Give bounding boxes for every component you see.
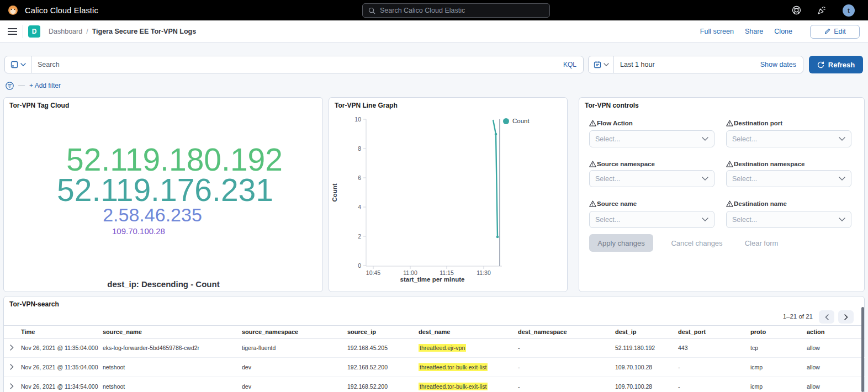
cell-source-ip: 192.168.52.200 xyxy=(347,358,419,377)
cell-source-ip: 192.168.45.205 xyxy=(347,338,419,358)
cell-time: Nov 26, 2021 @ 11:35:04.000 xyxy=(21,358,103,377)
cell-dest-port: 443 xyxy=(678,338,750,358)
cell-source-namespace: tigera-fluentd xyxy=(242,338,347,358)
chevron-down-icon xyxy=(839,177,845,181)
add-filter-link[interactable]: + Add filter xyxy=(29,82,61,89)
user-avatar[interactable]: t xyxy=(843,4,855,17)
cell-time: Nov 26, 2021 @ 11:35:04.000 xyxy=(21,338,103,358)
refresh-icon xyxy=(817,61,824,68)
full-screen-link[interactable]: Full screen xyxy=(700,28,734,35)
col-source-name[interactable]: source_name xyxy=(103,326,242,338)
chevron-down-icon xyxy=(702,177,708,181)
select-source-name[interactable]: Select... xyxy=(589,211,714,228)
cell-dest-ip: 109.70.100.28 xyxy=(615,377,678,392)
clone-link[interactable]: Clone xyxy=(774,28,792,35)
pencil-icon xyxy=(824,28,830,35)
controls-panel: Tor-VPN controls Flow Action Select... D… xyxy=(579,97,865,292)
select-destination-namespace[interactable]: Select... xyxy=(726,170,851,187)
menu-icon[interactable] xyxy=(8,28,17,35)
cancel-changes-button[interactable]: Cancel changes xyxy=(668,234,726,252)
calendar-menu-button[interactable] xyxy=(589,56,614,73)
tag-cloud-footer: dest_ip: Descending - Count xyxy=(107,279,219,289)
cell-source-namespace: dev xyxy=(242,358,347,377)
chevron-down-icon xyxy=(20,63,26,66)
col-time[interactable]: Time xyxy=(21,326,103,338)
cell-source-name: netshoot xyxy=(103,377,242,392)
breadcrumb-current: Tigera Secure EE Tor-VPN Logs xyxy=(92,28,196,35)
cell-proto: icmp xyxy=(750,377,807,392)
breadcrumb-dashboard[interactable]: Dashboard xyxy=(49,28,82,35)
line-chart: 10 8 6 4 2 0 10:45 11:00 11:15 11:30 Cou… xyxy=(329,98,568,293)
select-destination-name[interactable]: Select... xyxy=(726,211,851,228)
tag-cloud-item[interactable]: 109.70.100.28 xyxy=(112,227,165,235)
apply-changes-button[interactable]: Apply changes xyxy=(589,234,653,252)
global-search-placeholder: Search Calico Cloud Elastic xyxy=(380,7,465,14)
help-icon[interactable] xyxy=(792,6,801,15)
svg-text:10: 10 xyxy=(354,116,361,123)
cell-proto: tcp xyxy=(750,338,807,358)
saved-query-menu-button[interactable] xyxy=(5,56,32,73)
col-dest-port[interactable]: dest_port xyxy=(678,326,750,338)
refresh-button[interactable]: Refresh xyxy=(809,56,863,73)
col-action[interactable]: action xyxy=(807,326,865,338)
col-source-namespace[interactable]: source_namespace xyxy=(242,326,347,338)
select-destination-port[interactable]: Select... xyxy=(726,130,851,147)
time-range-picker[interactable]: Last 1 hour Show dates xyxy=(588,56,803,73)
chevron-right-icon xyxy=(844,314,848,320)
share-link[interactable]: Share xyxy=(745,28,763,35)
app-logo-icon xyxy=(8,5,18,15)
col-dest-ip[interactable]: dest_ip xyxy=(615,326,678,338)
chevron-down-icon xyxy=(702,218,708,221)
global-search-input[interactable]: Search Calico Cloud Elastic xyxy=(362,3,550,18)
cell-dest-port: - xyxy=(678,358,750,377)
field-label-destination-port: Destination port xyxy=(726,120,782,126)
field-label-destination-namespace: Destination namespace xyxy=(726,161,805,167)
cell-dest-namespace: - xyxy=(518,377,615,392)
count-line-series xyxy=(493,120,497,237)
panel-title: Tor-VPN-search xyxy=(9,300,59,308)
tag-cloud-item[interactable]: 52.119.176.231 xyxy=(57,174,273,206)
col-source-ip[interactable]: source_ip xyxy=(347,326,419,338)
notifications-icon[interactable] xyxy=(817,6,827,15)
pagination-next-button[interactable] xyxy=(838,310,854,324)
calendar-icon xyxy=(594,61,601,68)
edit-button[interactable]: Edit xyxy=(810,25,860,39)
select-source-namespace[interactable]: Select... xyxy=(589,170,714,187)
results-table: Time source_name source_namespace source… xyxy=(4,325,865,392)
clear-form-button[interactable]: Clear form xyxy=(743,234,780,252)
table-row: Nov 26, 2021 @ 11:35:04.000 eks-log-forw… xyxy=(4,338,865,358)
select-flow-action[interactable]: Select... xyxy=(589,130,714,147)
expand-row-button[interactable] xyxy=(10,345,14,351)
expand-row-button[interactable] xyxy=(10,364,14,370)
expand-row-button[interactable] xyxy=(10,383,14,389)
table-row: Nov 26, 2021 @ 11:35:04.000 netshoot dev… xyxy=(4,358,865,377)
highlighted-value: threatfeed.ejr-vpn xyxy=(419,344,466,352)
warning-icon xyxy=(726,161,733,167)
breadcrumb: Dashboard / Tigera Secure EE Tor-VPN Log… xyxy=(49,28,196,35)
tag-cloud-item[interactable]: 52.119.180.192 xyxy=(66,144,283,176)
col-proto[interactable]: proto xyxy=(750,326,807,338)
show-dates-link[interactable]: Show dates xyxy=(760,61,796,68)
filter-icon[interactable] xyxy=(6,82,14,90)
chevron-down-icon xyxy=(839,218,845,221)
x-axis-label: start_time per minute xyxy=(400,276,465,283)
table-row: Nov 26, 2021 @ 11:34:54.000 netshoot dev… xyxy=(4,377,865,392)
time-range-value: Last 1 hour xyxy=(620,61,655,68)
vertical-scrollbar[interactable] xyxy=(861,307,864,392)
svg-text:8: 8 xyxy=(358,145,361,152)
cell-time: Nov 26, 2021 @ 11:34:54.000 xyxy=(21,377,103,392)
field-label-flow-action: Flow Action xyxy=(589,120,633,126)
query-input[interactable]: Search KQL xyxy=(4,56,584,73)
tag-cloud-panel: Tor-VPN Tag Cloud 52.119.180.192 52.119.… xyxy=(3,97,323,292)
dashboard-badge[interactable]: D xyxy=(28,25,40,38)
warning-icon xyxy=(589,200,596,207)
tag-cloud-item[interactable]: 2.58.46.235 xyxy=(103,205,202,224)
col-dest-namespace[interactable]: dest_namespace xyxy=(518,326,615,338)
pagination-prev-button[interactable] xyxy=(819,310,834,324)
kql-toggle[interactable]: KQL xyxy=(563,61,576,68)
col-dest-name[interactable]: dest_name xyxy=(419,326,518,338)
cell-source-namespace: dev xyxy=(242,377,347,392)
cell-source-name: eks-log-forwarder-5bd4659786-cwd2r xyxy=(103,338,242,358)
cell-dest-port: - xyxy=(678,377,750,392)
breadcrumb-bar: D Dashboard / Tigera Secure EE Tor-VPN L… xyxy=(0,20,868,43)
